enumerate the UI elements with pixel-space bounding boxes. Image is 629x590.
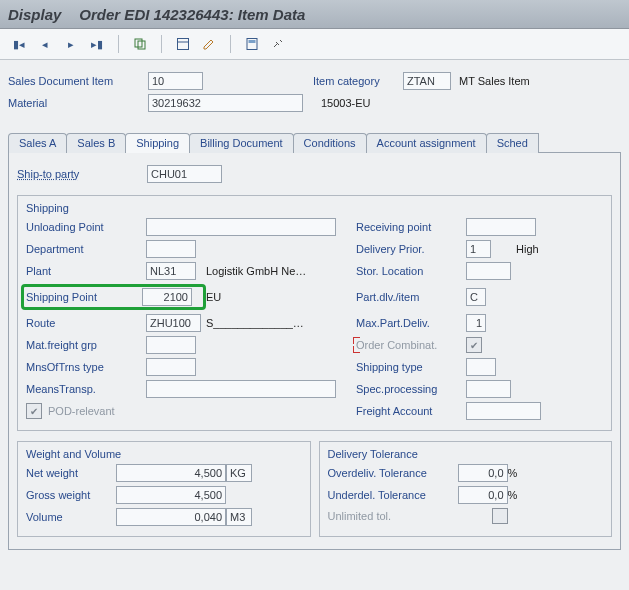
ship-type-label: Shipping type [356,361,466,373]
toolbar-separator [118,35,119,53]
last-record-icon[interactable]: ▸▮ [86,34,108,54]
spec-proc-field[interactable] [466,380,511,398]
ship-type-field[interactable] [466,358,496,376]
ship-point-label: Shipping Point [26,291,142,303]
mat-freight-label: Mat.freight grp [26,339,146,351]
group-weight-volume: Weight and Volume Net weight Gross weigh… [17,441,311,537]
highlight-shipping-point: Shipping Point [21,284,206,310]
unlimited-tol-checkbox[interactable] [492,508,508,524]
sales-doc-item-label: Sales Document Item [8,75,148,87]
unloading-label: Unloading Point [26,221,146,233]
plant-label: Plant [26,265,146,277]
tab-panel-shipping: Ship-to party Shipping Unloading Point R… [8,152,621,550]
mns-trns-field[interactable] [146,358,196,376]
department-field[interactable] [146,240,196,258]
deliv-prior-field[interactable] [466,240,491,258]
pod-checkbox[interactable]: ✔ [26,403,42,419]
next-record-icon[interactable]: ▸ [60,34,82,54]
underdel-field[interactable] [458,486,508,504]
ship-point-field[interactable] [142,288,192,306]
overdeliv-field[interactable] [458,464,508,482]
max-part-label: Max.Part.Deliv. [356,317,466,329]
sales-doc-item-field[interactable] [148,72,203,90]
max-part-field[interactable] [466,314,486,332]
tab-shipping[interactable]: Shipping [125,133,190,153]
unloading-field[interactable] [146,218,336,236]
overdeliv-label: Overdeliv. Tolerance [328,467,458,479]
toolbar-separator [230,35,231,53]
means-transp-label: MeansTransp. [26,383,146,395]
stor-loc-field[interactable] [466,262,511,280]
tab-sales-b[interactable]: Sales B [66,133,126,153]
percent-sign: % [508,489,523,501]
prev-record-icon[interactable]: ◂ [34,34,56,54]
copy-icon[interactable] [129,34,151,54]
mat-freight-field[interactable] [146,336,196,354]
plant-desc: Logistik GmbH Ne… [206,265,356,277]
part-dlv-field[interactable] [466,288,486,306]
freight-acc-label: Freight Account [356,405,466,417]
unlimited-tol-label: Unlimited tol. [328,510,458,522]
volume-field[interactable] [116,508,226,526]
group-shipping-title: Shipping [26,202,603,214]
pod-label: POD-relevant [48,405,115,417]
stor-loc-label: Stor. Location [356,265,466,277]
route-field[interactable] [146,314,201,332]
toolbar: ▮◂ ◂ ▸ ▸▮ [0,29,629,60]
svg-rect-2 [178,39,189,50]
toolbar-separator [161,35,162,53]
net-weight-field[interactable] [116,464,226,482]
tab-conditions[interactable]: Conditions [293,133,367,153]
order-combinat-checkbox[interactable]: ✔ [466,337,482,353]
tabstrip: Sales A Sales B Shipping Billing Documen… [8,132,621,152]
net-weight-label: Net weight [26,467,116,479]
volume-label: Volume [26,511,116,523]
spec-proc-label: Spec.processing [356,383,466,395]
route-label: Route [26,317,146,329]
ship-to-label: Ship-to party [17,168,147,180]
tab-billing[interactable]: Billing Document [189,133,294,153]
configure-icon[interactable] [267,34,289,54]
display-header-icon[interactable] [172,34,194,54]
underdel-label: Underdel. Tolerance [328,489,458,501]
item-category-label: Item category [313,75,403,87]
edit-icon[interactable] [198,34,220,54]
first-record-icon[interactable]: ▮◂ [8,34,30,54]
tab-sales-a[interactable]: Sales A [8,133,67,153]
volume-unit[interactable] [226,508,252,526]
gross-weight-label: Gross weight [26,489,116,501]
route-desc: S_____________… [206,317,356,329]
receiving-field[interactable] [466,218,536,236]
deliv-prior-text: High [516,243,556,255]
group-dt-title: Delivery Tolerance [328,448,604,460]
freight-acc-field[interactable] [466,402,541,420]
calculator-icon[interactable] [241,34,263,54]
tab-schedule[interactable]: Sched [486,133,539,153]
group-delivery-tolerance: Delivery Tolerance Overdeliv. Tolerance … [319,441,613,537]
means-transp-field[interactable] [146,380,336,398]
mns-trns-label: MnsOfTrns type [26,361,146,373]
title-display: Display [8,6,61,23]
ship-to-field[interactable] [147,165,222,183]
item-category-desc: MT Sales Item [459,75,530,87]
material-desc: 15003-EU [321,97,371,109]
net-weight-unit[interactable] [226,464,252,482]
group-shipping: Shipping Unloading Point Receiving point… [17,195,612,431]
percent-sign: % [508,467,523,479]
deliv-prior-label: Delivery Prior. [356,243,466,255]
group-wv-title: Weight and Volume [26,448,302,460]
department-label: Department [26,243,146,255]
title-order: Order EDI 142326443: Item Data [79,6,305,23]
gross-weight-field[interactable] [116,486,226,504]
part-dlv-label: Part.dlv./item [356,291,466,303]
tab-account-assignment[interactable]: Account assignment [366,133,487,153]
material-label: Material [8,97,148,109]
receiving-label: Receiving point [356,221,466,233]
material-field[interactable] [148,94,303,112]
order-combinat-label: Order Combinat. [356,339,466,351]
svg-rect-5 [249,40,256,43]
ship-point-desc: EU [206,291,356,303]
plant-field[interactable] [146,262,196,280]
window-title: Display Order EDI 142326443: Item Data [0,0,629,29]
item-category-field[interactable] [403,72,451,90]
